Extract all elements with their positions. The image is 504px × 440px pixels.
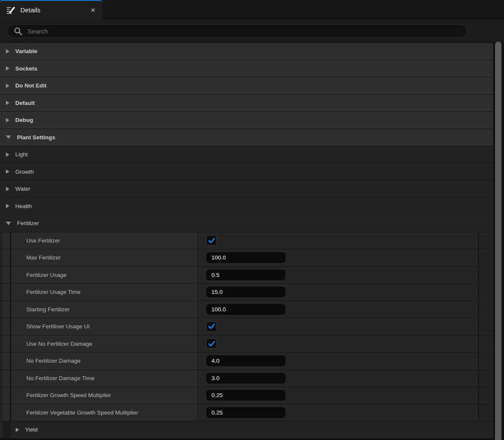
property-label-cell: Use Fertilizer bbox=[11, 232, 197, 249]
category-label: Plant Settings bbox=[17, 134, 55, 141]
subcategory-label: Fertilizer bbox=[17, 220, 39, 226]
property-row-use-no-fertilizer-damage: Use No Fertilizer Damage bbox=[0, 336, 493, 353]
category-label: Do Not Edit bbox=[15, 82, 47, 89]
property-value-cell bbox=[198, 387, 478, 404]
category-label: Default bbox=[15, 100, 35, 106]
category-row-do-not-edit[interactable]: Do Not Edit bbox=[0, 77, 493, 95]
category-row-plant-settings[interactable]: Plant Settings bbox=[0, 129, 493, 147]
value-input[interactable] bbox=[206, 270, 285, 280]
checkbox[interactable] bbox=[206, 235, 217, 245]
details-pencil-icon bbox=[6, 5, 16, 15]
value-input[interactable] bbox=[206, 355, 285, 366]
category-row-sockets[interactable]: Sockets bbox=[0, 60, 493, 78]
property-row-max-fertilizer: Max Fertilizer bbox=[0, 249, 493, 267]
property-label: Fertilizer Usage bbox=[26, 272, 67, 278]
checkbox[interactable] bbox=[206, 338, 217, 349]
row-extra-cell bbox=[479, 232, 493, 249]
category-row-debug[interactable]: Debug bbox=[0, 112, 493, 129]
chevron-right-icon[interactable] bbox=[16, 428, 19, 432]
property-label-cell: No Fertilizer Damage Time bbox=[11, 370, 197, 387]
category-label: Variable bbox=[15, 48, 37, 54]
value-input[interactable] bbox=[206, 252, 285, 263]
property-row-fertilizer-usage-time: Fertilizer Usage Time bbox=[0, 284, 493, 301]
value-input[interactable] bbox=[206, 407, 285, 418]
checkbox[interactable] bbox=[206, 322, 217, 332]
property-value-cell bbox=[198, 336, 478, 353]
subcategory-row-growth[interactable]: Growth bbox=[0, 164, 493, 181]
property-label-cell: Max Fertilizer bbox=[11, 249, 197, 266]
property-row-show-fertiliser-usage-ui: Show Fertiliser Usage UI bbox=[0, 318, 493, 336]
indent-gutter bbox=[3, 249, 10, 266]
property-label: Starting Fertilizer bbox=[26, 306, 70, 313]
value-input[interactable] bbox=[206, 287, 285, 297]
chevron-right-icon[interactable] bbox=[6, 152, 9, 157]
row-extra-cell bbox=[479, 370, 493, 387]
row-extra-cell bbox=[479, 301, 493, 318]
tab-title: Details bbox=[20, 6, 40, 14]
subcategory-label: Water bbox=[15, 186, 31, 192]
chevron-right-icon[interactable] bbox=[6, 84, 9, 88]
scrollbar-thumb[interactable] bbox=[495, 42, 501, 440]
indent-gutter bbox=[3, 267, 10, 284]
search-icon bbox=[14, 27, 23, 36]
close-icon[interactable]: ✕ bbox=[89, 6, 97, 14]
property-label-cell: Fertilizer Usage Time bbox=[11, 284, 197, 301]
property-label: Max Fertilizer bbox=[26, 254, 61, 261]
chevron-right-icon[interactable] bbox=[6, 204, 9, 208]
indent-gutter bbox=[3, 284, 10, 301]
property-value-cell bbox=[198, 301, 478, 318]
subcategory-row-light[interactable]: Light bbox=[0, 146, 493, 164]
chevron-right-icon[interactable] bbox=[6, 187, 9, 191]
tab-details[interactable]: Details ✕ bbox=[0, 0, 103, 19]
chevron-right-icon[interactable] bbox=[6, 49, 9, 54]
property-value-cell bbox=[198, 267, 478, 284]
row-extra-cell bbox=[479, 404, 493, 421]
property-label-cell: Fertilizer Growth Speed Multiplier bbox=[11, 387, 197, 404]
chevron-right-icon[interactable] bbox=[6, 101, 9, 105]
property-label-cell: Fertilizer Vegetable Growth Speed Multip… bbox=[11, 404, 197, 421]
chevron-right-icon[interactable] bbox=[6, 118, 9, 122]
property-row-no-fertilizer-damage: No Fertilizer Damage bbox=[0, 353, 493, 370]
property-row-no-fertilizer-damage-time: No Fertilizer Damage Time bbox=[0, 370, 493, 387]
chevron-right-icon[interactable] bbox=[6, 66, 9, 71]
tab-bar: Details ✕ bbox=[0, 0, 504, 19]
category-label: Sockets bbox=[15, 65, 37, 72]
subcategory-label: Light bbox=[15, 151, 28, 158]
property-row-use-fertilizer: Use Fertilizer bbox=[0, 232, 493, 250]
scrollbar-track[interactable] bbox=[493, 43, 504, 440]
indent-gutter bbox=[3, 336, 10, 353]
category-label: Debug bbox=[15, 117, 33, 123]
property-value-cell bbox=[198, 353, 478, 369]
subcategory-row-yield[interactable]: Yield bbox=[0, 421, 493, 439]
row-extra-cell bbox=[479, 249, 493, 266]
search-row bbox=[0, 19, 504, 43]
value-input[interactable] bbox=[206, 373, 285, 384]
chevron-right-icon[interactable] bbox=[6, 169, 9, 174]
indent-gutter bbox=[3, 301, 10, 318]
category-row-variable[interactable]: Variable bbox=[0, 43, 493, 60]
indent-gutter bbox=[3, 232, 10, 249]
subcategory-row-health[interactable]: Health bbox=[0, 198, 493, 215]
property-label: Fertilizer Usage Time bbox=[26, 289, 81, 295]
indent-gutter bbox=[3, 404, 10, 421]
property-label-cell: Starting Fertilizer bbox=[11, 301, 197, 318]
category-row-default[interactable]: Default bbox=[0, 95, 493, 112]
row-extra-cell bbox=[479, 387, 493, 404]
details-panel: Details ✕ bbox=[0, 0, 504, 440]
value-input[interactable] bbox=[206, 304, 285, 315]
subcategory-row-fertilizer[interactable]: Fertilizer bbox=[0, 215, 493, 232]
property-label-cell: No Fertilizer Damage bbox=[11, 353, 197, 369]
property-row-fertilizer-vegetable-growth-speed-multiplier: Fertilizer Vegetable Growth Speed Multip… bbox=[0, 404, 493, 422]
property-label: Fertilizer Vegetable Growth Speed Multip… bbox=[26, 409, 138, 416]
property-row-starting-fertilizer: Starting Fertilizer bbox=[0, 301, 493, 319]
subcategory-label: Growth bbox=[15, 169, 34, 175]
search-box[interactable] bbox=[7, 24, 467, 38]
property-label: Show Fertiliser Usage UI bbox=[26, 323, 90, 330]
search-input[interactable] bbox=[27, 27, 462, 35]
property-label: Use No Fertilizer Damage bbox=[26, 341, 92, 347]
chevron-down-icon[interactable] bbox=[6, 222, 11, 225]
indent-gutter bbox=[3, 387, 10, 404]
value-input[interactable] bbox=[206, 390, 285, 401]
chevron-down-icon[interactable] bbox=[6, 135, 11, 139]
subcategory-row-water[interactable]: Water bbox=[0, 181, 493, 198]
